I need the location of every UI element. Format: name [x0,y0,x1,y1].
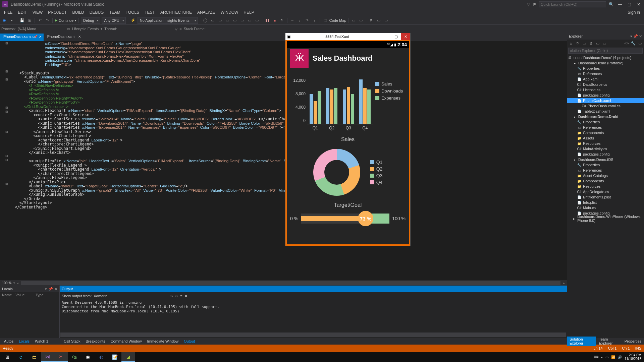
nav-back-icon[interactable]: ◉ [1,17,7,23]
chrome-icon[interactable]: ◉ [81,352,95,362]
tree-node[interactable]: 📁Components [567,130,644,135]
tool-icon[interactable]: ▭ [247,17,253,23]
ie-icon[interactable]: e [14,352,28,362]
tab-solution-explorer[interactable]: Solution Explorer [567,337,596,346]
tree-node[interactable]: 📄Info.plist [567,200,644,205]
explorer-icon[interactable]: 🗀 [28,352,41,362]
tool-icon[interactable]: ≡ [180,294,182,298]
tool-icon[interactable]: ▭ [217,17,223,23]
tool-icon[interactable]: ▭ [602,41,607,46]
tree-node[interactable]: ▸DashboardDemo (Portable) [567,60,644,66]
step-over-icon[interactable]: ↷ [304,17,310,23]
tree-node[interactable]: 🔧Properties [567,162,644,168]
menu-analyze[interactable]: ANALYZE [195,9,218,15]
menu-test[interactable]: TEST [142,9,158,15]
tree-node[interactable]: 📁Components [567,178,644,184]
tab-output[interactable]: Output [181,339,198,344]
home-icon[interactable]: ⌂ [568,41,574,45]
save-all-icon[interactable]: 🗎 [26,17,33,23]
tab-properties[interactable]: Properties [622,339,644,344]
output-text[interactable]: Agent Designer 4.0.0.1689 is running Con… [60,300,567,332]
tool-icon[interactable]: ◯ [202,17,208,23]
menu-tools[interactable]: TOOLS [123,9,142,15]
pin-icon[interactable]: 📌 [48,287,53,291]
restart-icon[interactable]: ↻ [279,17,285,23]
menu-edit[interactable]: EDIT [15,9,30,15]
menu-view[interactable]: VIEW [30,9,46,15]
tab-locals[interactable]: Locals [16,339,32,344]
menu-debug[interactable]: DEBUG [87,9,107,15]
tree-node[interactable]: 🔧Properties [567,66,644,71]
tree-node[interactable]: 📁Resources [567,141,644,146]
tree-node[interactable]: C#DataSource.cs [567,82,644,87]
tool-icon[interactable]: ⚑ [368,17,374,23]
tool-icon[interactable]: ▭ [254,17,260,23]
tree-node[interactable]: 📄packages.config [567,93,644,98]
tree-node[interactable]: ▸DashboardDemo.iOS [567,157,644,162]
flag-icon[interactable]: ⚑ [533,2,536,7]
tree-node[interactable]: ▸DashboardDemo.WinPhone (Windows Phone 8… [567,216,644,221]
tab-command[interactable]: Command Window [108,339,145,344]
tab-immediate[interactable]: Immediate Window [145,339,181,344]
filter-icon[interactable]: ▽ [175,27,177,31]
redo-icon[interactable]: ↷ [44,17,50,23]
tool-icon[interactable]: ▭ [376,17,382,23]
notify-icon[interactable]: ▽ [527,2,530,7]
hscroll[interactable] [60,333,566,337]
quick-launch-input[interactable] [539,1,606,7]
nav-fwd-icon[interactable]: ▸ [9,17,15,23]
dropdown-icon[interactable]: ▾ [45,287,47,291]
platform-combo[interactable]: Any CPU [102,17,125,24]
tool-icon[interactable]: ▭ [169,294,173,298]
tree-node[interactable]: C#MainActivity.cs [567,146,644,152]
tool-icon[interactable]: ▭ [210,17,216,23]
continue-button[interactable]: Continue [59,18,73,22]
keyboard-icon[interactable]: ⌨ [594,355,598,359]
tray-up-icon[interactable]: ▴ [601,355,603,359]
tool-icon[interactable]: 🗎 [588,41,594,45]
tool-icon[interactable]: <> [624,41,629,45]
tool-icon[interactable]: ▭ [582,41,587,46]
tool-icon[interactable]: ▭ [637,41,643,46]
tool-icon[interactable]: ▭ [383,17,389,23]
close-icon[interactable]: ✕ [54,287,57,291]
tool-icon[interactable]: ▭ [358,17,364,23]
close-icon[interactable]: ✕ [39,35,42,39]
menu-file[interactable]: FILE [1,9,15,15]
start-button[interactable]: ⊞ [1,352,14,362]
tree-node[interactable]: 📁Resources [567,184,644,189]
tree-node[interactable]: 📄packages.config [567,152,644,157]
process-combo[interactable]: [N/A] Mono [18,27,65,31]
search-icon[interactable]: 🔍 [609,2,614,7]
output-source-combo[interactable]: Xamarin [94,294,167,298]
code-editor[interactable]: ⊟ ⊟⊟ ⊟⊟⊟ ⊟⊟⊞ x:Class="DashboardDemo.Phon… [0,41,567,280]
tree-node[interactable]: C#AppDelegate.cs [567,189,644,194]
tab-watch1[interactable]: Watch 1 [32,339,51,344]
tree-node[interactable]: ▭References [567,125,644,130]
tab-breakpoints[interactable]: Breakpoints [83,339,108,344]
tree-node[interactable]: C#License.cs [567,87,644,93]
insights-combo[interactable]: No Application Insights Events [138,17,198,24]
maximize-button[interactable]: ▢ [391,35,401,39]
step-into-icon[interactable]: ↓ [297,17,303,23]
stack-icon[interactable]: ≡ [179,27,181,31]
se-search-input[interactable] [568,48,643,54]
tree-node[interactable]: 📁Assets [567,135,644,141]
menu-architecture[interactable]: ARCHITECTURE [158,9,195,15]
tree-node[interactable]: 📄PhoneDash.xaml [567,98,644,103]
menu-team[interactable]: TEAM [106,9,123,15]
step-icon[interactable]: → [289,17,296,23]
tree-node[interactable]: ▸DashboardDemo.Droid [567,114,644,119]
tree-node[interactable]: 🔧Properties [567,119,644,125]
pause-icon[interactable]: ▮▮ [264,17,270,23]
network-icon[interactable]: 📶 [611,355,615,359]
tree-node[interactable]: 📄TabletDash.xaml [567,109,644,114]
menu-build[interactable]: BUILD [69,9,87,15]
tab-autos[interactable]: Autos [1,339,16,344]
tree-node[interactable]: ▭References [567,71,644,76]
vs-icon[interactable]: ⋈ [41,352,54,362]
pin-icon[interactable]: 📌 [633,34,638,39]
config-combo[interactable]: Debug [81,17,100,24]
tool-icon[interactable]: ▭ [239,17,245,23]
tab-team-explorer[interactable]: Team Explorer [596,337,622,346]
